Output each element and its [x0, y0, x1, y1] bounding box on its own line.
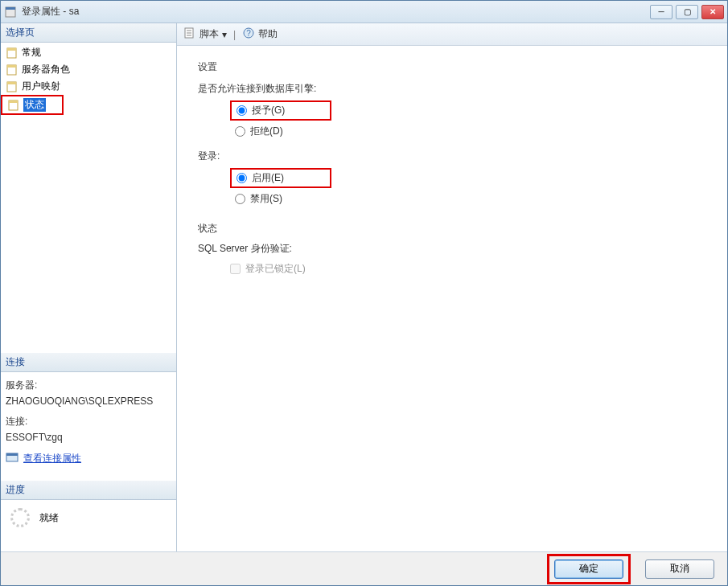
server-value: ZHAOGUOQIANG\SQLEXPRESS [6, 395, 171, 407]
svg-rect-1 [6, 7, 15, 10]
page-label: 状态 [23, 98, 46, 112]
ok-highlight: 确定 [547, 554, 631, 584]
connection-value: ESSOFT\zgq [6, 432, 171, 443]
radio-enable-label: 启用(E) [252, 171, 284, 185]
radio-disable[interactable]: 禁用(S) [230, 191, 714, 207]
svg-rect-9 [9, 100, 18, 103]
page-item-status[interactable]: 状态 [1, 95, 64, 115]
sql-auth-label: SQL Server 身份验证: [198, 242, 714, 256]
script-icon [183, 27, 196, 42]
page-icon [6, 47, 19, 59]
radio-enable[interactable]: 启用(E) [230, 168, 331, 188]
help-button[interactable]: ? 帮助 [242, 27, 278, 42]
view-connection-props-link[interactable]: 查看连接属性 [23, 452, 81, 465]
locked-checkbox [230, 264, 241, 274]
server-label: 服务器: [6, 379, 171, 392]
locked-label: 登录已锁定(L) [245, 262, 306, 276]
connection-header: 连接 [1, 353, 176, 372]
connection-label: 连接: [6, 415, 171, 428]
bottom-bar: 确定 取消 [1, 551, 727, 585]
help-icon: ? [242, 27, 255, 42]
radio-grant-label: 授予(G) [252, 104, 285, 117]
svg-rect-5 [7, 65, 16, 68]
progress-text: 就绪 [39, 511, 59, 525]
svg-rect-3 [7, 48, 16, 51]
settings-heading: 设置 [198, 60, 714, 74]
pages-header: 选择页 [1, 23, 176, 43]
toolbar-separator: | [233, 29, 236, 40]
properties-window: 登录属性 - sa ─ ▢ ✕ 选择页 常规 服务器角色 用 [0, 0, 728, 586]
ok-button[interactable]: 确定 [554, 559, 623, 579]
page-label: 用户映射 [22, 80, 60, 93]
page-icon [7, 99, 20, 112]
page-item-user-mapping[interactable]: 用户映射 [1, 78, 176, 95]
pages-list: 常规 服务器角色 用户映射 状态 [1, 43, 176, 117]
page-item-general[interactable]: 常规 [1, 44, 176, 61]
status-heading: 状态 [198, 222, 714, 236]
properties-icon [6, 451, 19, 466]
login-heading: 登录: [198, 150, 714, 163]
radio-grant[interactable]: 授予(G) [230, 100, 331, 121]
radio-deny[interactable]: 拒绝(D) [230, 123, 714, 140]
window-icon [4, 6, 17, 18]
left-pane: 选择页 常规 服务器角色 用户映射 状态 [1, 23, 177, 551]
minimize-button[interactable]: ─ [650, 5, 672, 19]
connect-question: 是否允许连接到数据库引擎: [198, 82, 714, 96]
right-pane: 脚本 ▾ | ? 帮助 设置 是否允许连接到数据库引擎: 授予(G) [177, 23, 727, 551]
script-label: 脚本 [199, 27, 219, 41]
svg-text:?: ? [246, 29, 251, 38]
maximize-button[interactable]: ▢ [676, 5, 698, 19]
toolbar: 脚本 ▾ | ? 帮助 [177, 23, 727, 46]
page-label: 服务器角色 [22, 63, 70, 76]
close-button[interactable]: ✕ [701, 5, 724, 19]
radio-grant-input[interactable] [236, 105, 247, 116]
radio-deny-label: 拒绝(D) [250, 125, 283, 138]
radio-enable-input[interactable] [236, 173, 247, 183]
connection-block: 服务器: ZHAOGUOQIANG\SQLEXPRESS 连接: ESSOFT\… [1, 372, 176, 469]
window-title: 登录属性 - sa [22, 5, 650, 18]
page-item-server-roles[interactable]: 服务器角色 [1, 61, 176, 78]
progress-row: 就绪 [6, 503, 171, 532]
script-button[interactable]: 脚本 ▾ [183, 27, 227, 42]
titlebar: 登录属性 - sa ─ ▢ ✕ [1, 1, 727, 23]
radio-disable-input[interactable] [235, 194, 245, 204]
locked-checkbox-row: 登录已锁定(L) [230, 262, 714, 276]
radio-deny-input[interactable] [235, 126, 245, 137]
window-buttons: ─ ▢ ✕ [650, 5, 724, 19]
progress-spinner-icon [10, 508, 30, 527]
svg-rect-7 [7, 82, 16, 84]
dropdown-icon: ▾ [222, 29, 227, 40]
cancel-button[interactable]: 取消 [645, 559, 714, 579]
page-label: 常规 [22, 46, 41, 59]
progress-header: 进度 [1, 481, 176, 500]
svg-rect-11 [6, 453, 18, 456]
help-label: 帮助 [258, 27, 278, 41]
page-icon [6, 64, 19, 76]
content-area: 设置 是否允许连接到数据库引擎: 授予(G) 拒绝(D) 登录: [177, 46, 727, 284]
page-icon [6, 80, 19, 93]
radio-disable-label: 禁用(S) [250, 192, 282, 206]
